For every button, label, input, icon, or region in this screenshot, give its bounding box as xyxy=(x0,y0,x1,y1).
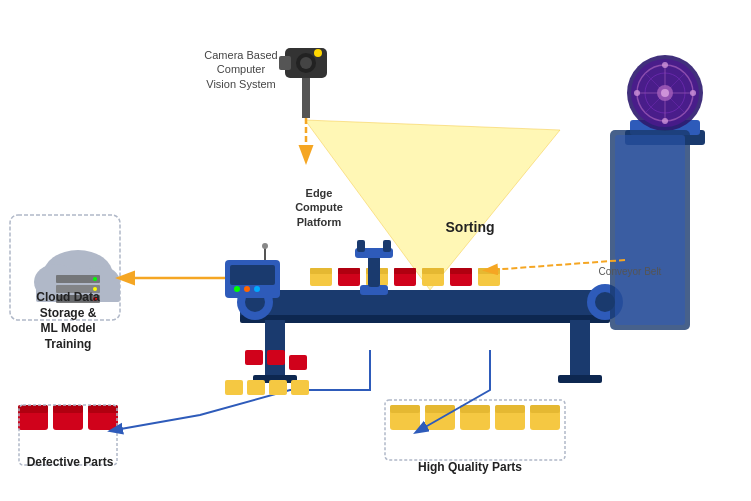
svg-rect-81 xyxy=(390,405,420,413)
svg-point-66 xyxy=(661,89,669,97)
sorting-label: Sorting xyxy=(430,218,510,236)
high-quality-parts-label: High Quality Parts xyxy=(390,460,550,476)
diagram-canvas: Camera BasedComputerVision System Cloud … xyxy=(0,0,751,501)
svg-rect-74 xyxy=(18,405,48,413)
svg-rect-89 xyxy=(530,405,560,413)
svg-rect-98 xyxy=(247,380,265,395)
svg-point-69 xyxy=(634,90,640,96)
svg-point-70 xyxy=(662,118,668,124)
svg-point-34 xyxy=(300,57,312,69)
svg-rect-7 xyxy=(558,375,602,383)
svg-rect-19 xyxy=(394,268,416,274)
svg-point-42 xyxy=(244,286,250,292)
svg-rect-23 xyxy=(450,268,472,274)
svg-point-67 xyxy=(662,62,668,68)
svg-rect-15 xyxy=(338,268,360,274)
svg-point-41 xyxy=(234,286,240,292)
svg-rect-85 xyxy=(460,405,490,413)
svg-rect-3 xyxy=(240,315,610,323)
svg-point-51 xyxy=(93,277,97,281)
svg-rect-76 xyxy=(53,405,83,413)
svg-rect-100 xyxy=(291,380,309,395)
camera-label: Camera BasedComputerVision System xyxy=(186,48,296,91)
svg-rect-27 xyxy=(368,255,380,287)
svg-rect-35 xyxy=(302,78,310,118)
svg-rect-21 xyxy=(422,268,444,274)
cloud-storage-label: Cloud DataStorage &ML ModelTraining xyxy=(18,290,118,352)
svg-point-68 xyxy=(690,90,696,96)
svg-rect-78 xyxy=(88,405,118,413)
svg-rect-6 xyxy=(570,320,590,380)
svg-rect-97 xyxy=(225,380,243,395)
svg-rect-72 xyxy=(615,135,685,325)
svg-point-40 xyxy=(262,243,268,249)
svg-rect-87 xyxy=(495,405,525,413)
svg-rect-94 xyxy=(245,350,263,365)
conveyor-belt-label: Conveyor Belt xyxy=(590,265,670,278)
svg-rect-30 xyxy=(383,240,391,252)
svg-rect-38 xyxy=(230,265,275,285)
svg-rect-95 xyxy=(267,350,285,365)
svg-rect-96 xyxy=(289,355,307,370)
svg-rect-13 xyxy=(310,268,332,274)
svg-point-43 xyxy=(254,286,260,292)
svg-rect-29 xyxy=(357,240,365,252)
svg-rect-99 xyxy=(269,380,287,395)
edge-compute-label: EdgeComputePlatform xyxy=(285,186,353,229)
svg-point-36 xyxy=(314,49,322,57)
defective-parts-label: Defective Parts xyxy=(10,455,130,471)
